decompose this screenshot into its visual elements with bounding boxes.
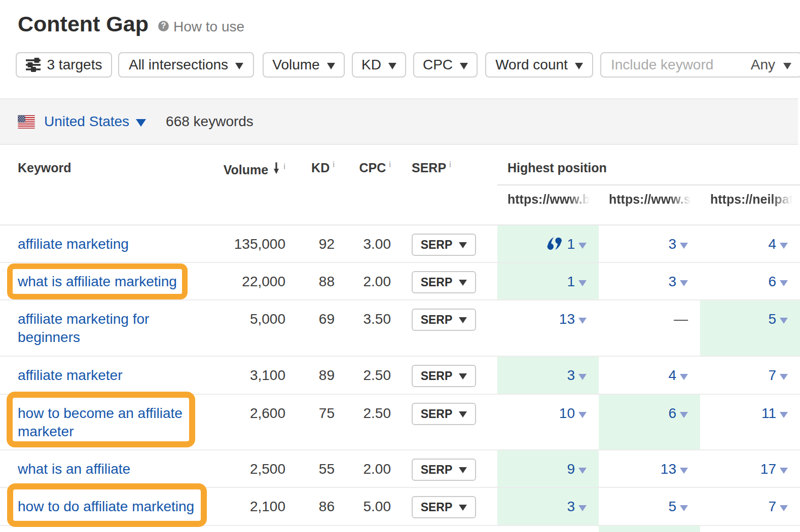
cpc-value: 2.50 <box>335 357 391 394</box>
position-cell: 6 <box>700 263 800 299</box>
page-header: Content Gap ? How to use <box>18 0 244 48</box>
position-dropdown-icon[interactable] <box>578 243 587 249</box>
position-value[interactable]: 13 <box>661 461 676 477</box>
position-value[interactable]: 5 <box>668 499 676 514</box>
position-value[interactable]: 3 <box>668 274 676 289</box>
keyword-link[interactable]: how to become an affiliate marketer <box>0 395 218 449</box>
position-cell: 10 <box>497 395 599 449</box>
target-url-header-2[interactable]: https://www.sl <box>599 185 700 224</box>
position-dropdown-icon[interactable] <box>780 374 788 380</box>
position-dropdown-icon[interactable] <box>578 374 587 380</box>
kd-filter-dropdown[interactable]: KD <box>352 52 406 78</box>
keywords-count: 668 keywords <box>166 113 253 130</box>
kd-value: 69 <box>285 300 335 356</box>
position-value[interactable]: 17 <box>760 461 776 477</box>
position-dropdown-icon[interactable] <box>780 318 788 324</box>
position-value[interactable]: 1 <box>567 236 575 252</box>
keyword-link[interactable]: affiliate marketing <box>0 225 218 262</box>
position-value[interactable]: 13 <box>559 311 575 327</box>
position-value[interactable]: 5 <box>768 311 776 327</box>
position-value[interactable]: 11 <box>761 405 776 421</box>
cpc-header-label: CPC <box>359 161 386 175</box>
position-value[interactable]: 3 <box>567 367 575 383</box>
serp-dropdown-button[interactable]: SERP <box>412 234 476 256</box>
column-header-cpc[interactable]: CPCi <box>335 145 391 224</box>
position-value[interactable]: 10 <box>559 405 575 421</box>
target-url-header-1[interactable]: https://www.bi <box>497 185 599 224</box>
word-count-filter-dropdown[interactable]: Word count <box>485 52 593 78</box>
intersections-dropdown[interactable]: All intersections <box>118 52 254 78</box>
serp-cell: SERP <box>391 263 497 299</box>
position-cell: 1 <box>497 225 599 262</box>
position-dropdown-icon[interactable] <box>780 468 788 474</box>
column-header-kd[interactable]: KDi <box>285 145 335 224</box>
serp-dropdown-button[interactable]: SERP <box>412 496 476 518</box>
volume-header-label: Volume <box>224 163 268 177</box>
chevron-down-icon <box>575 63 583 69</box>
kd-value: 75 <box>285 395 335 449</box>
position-value[interactable]: 7 <box>768 499 776 514</box>
position-value[interactable]: 3 <box>668 236 676 252</box>
position-value[interactable]: 3 <box>567 499 575 514</box>
position-value[interactable]: 6 <box>668 405 676 421</box>
include-keyword-input[interactable]: Include keyword <box>611 57 713 73</box>
serp-dropdown-button[interactable]: SERP <box>412 403 476 425</box>
position-dropdown-icon[interactable] <box>680 243 688 249</box>
chevron-down-icon <box>459 280 467 286</box>
region-bar: United States 668 keywords <box>0 98 798 145</box>
serp-dropdown-button[interactable]: SERP <box>412 365 476 387</box>
kd-value: 86 <box>285 488 335 525</box>
position-value[interactable]: 9 <box>567 461 575 477</box>
position-dropdown-icon[interactable] <box>578 412 587 418</box>
position-dropdown-icon[interactable] <box>780 412 788 418</box>
chevron-down-icon <box>459 317 467 323</box>
serp-button-label: SERP <box>421 405 453 423</box>
position-cell: 5 <box>700 300 800 356</box>
keyword-mode-dropdown[interactable]: Any <box>751 57 791 73</box>
cpc-filter-dropdown[interactable]: CPC <box>413 52 478 78</box>
position-dropdown-icon[interactable] <box>578 505 587 511</box>
keyword-link[interactable]: what is affiliate marketing <box>0 263 218 299</box>
position-dropdown-icon[interactable] <box>780 280 788 286</box>
position-dropdown-icon[interactable] <box>680 280 688 286</box>
serp-dropdown-button[interactable]: SERP <box>412 271 476 293</box>
table-row-partial <box>0 526 800 532</box>
position-value[interactable]: 7 <box>768 367 776 383</box>
position-value[interactable]: 4 <box>668 367 676 383</box>
position-cell: 7 <box>700 357 800 394</box>
position-dropdown-icon[interactable] <box>578 280 587 286</box>
keyword-link[interactable]: affiliate marketing for beginners <box>0 300 218 356</box>
serp-cell: SERP <box>391 488 497 525</box>
position-dropdown-icon[interactable] <box>780 243 788 249</box>
table-header: Keyword Volumei KDi CPCi SERPi Highest p… <box>0 145 800 225</box>
no-position-dash: — <box>674 311 688 327</box>
volume-filter-label: Volume <box>272 57 319 73</box>
position-dropdown-icon[interactable] <box>680 468 688 474</box>
position-value[interactable]: 6 <box>768 274 776 289</box>
position-dropdown-icon[interactable] <box>780 505 788 511</box>
position-dropdown-icon[interactable] <box>680 412 688 418</box>
column-header-keyword[interactable]: Keyword <box>0 145 218 224</box>
help-icon[interactable]: ? <box>158 21 169 31</box>
targets-button[interactable]: 3 targets <box>16 52 112 78</box>
keyword-link[interactable]: how to do affiliate marketing <box>0 488 218 525</box>
chevron-down-icon <box>459 373 467 379</box>
keyword-link[interactable]: affiliate marketer <box>0 357 218 394</box>
position-value[interactable]: 4 <box>768 236 776 252</box>
chevron-down-icon[interactable] <box>136 119 146 127</box>
country-selector[interactable]: United States <box>44 113 129 130</box>
keyword-link[interactable]: what is an affiliate <box>0 450 218 487</box>
position-dropdown-icon[interactable] <box>578 318 587 324</box>
position-dropdown-icon[interactable] <box>578 468 587 474</box>
target-url-header-3[interactable]: https://neilpat <box>700 185 800 224</box>
position-dropdown-icon[interactable] <box>680 505 688 511</box>
position-dropdown-icon[interactable] <box>680 374 688 380</box>
serp-dropdown-button[interactable]: SERP <box>412 459 476 481</box>
how-to-use-link[interactable]: How to use <box>173 19 244 35</box>
position-value[interactable]: 1 <box>567 274 575 289</box>
volume-filter-dropdown[interactable]: Volume <box>263 52 345 78</box>
sort-desc-icon <box>272 161 280 175</box>
position-cell: 9 <box>497 450 599 487</box>
serp-dropdown-button[interactable]: SERP <box>412 309 476 331</box>
column-header-volume[interactable]: Volumei <box>218 145 285 224</box>
